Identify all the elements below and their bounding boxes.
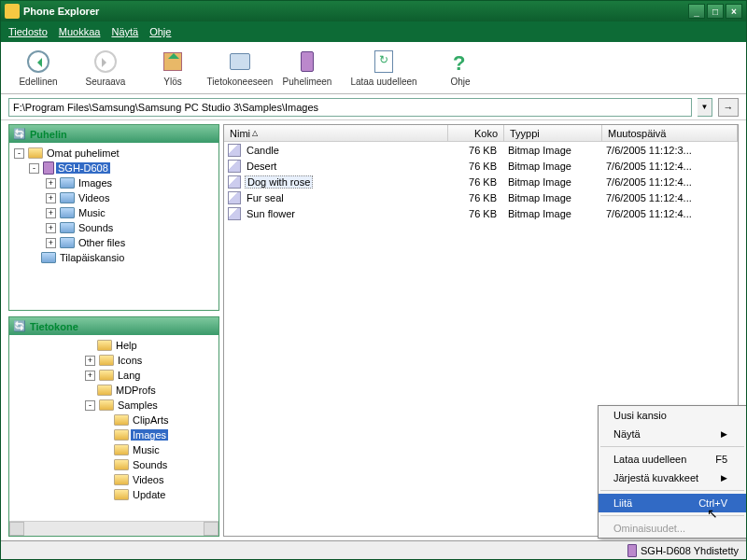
file-row[interactable]: Fur seal76 KBBitmap Image7/6/2005 11:12:… xyxy=(224,189,738,205)
tree-item[interactable]: +Icons xyxy=(12,353,216,368)
tree-item[interactable]: +Other files xyxy=(12,235,216,250)
separator xyxy=(600,490,744,491)
help-button[interactable]: ?Ohje xyxy=(430,47,490,89)
folder-up-icon xyxy=(163,52,182,71)
ctx-reload[interactable]: Lataa uudelleenF5 xyxy=(599,450,746,469)
computer-tree[interactable]: Help+Icons+LangMDProfs-SamplesClipArtsIm… xyxy=(9,335,218,521)
expand-icon[interactable]: + xyxy=(46,178,56,189)
column-headers: Nimi△ Koko Tyyppi Muutospäivä xyxy=(224,125,738,142)
close-button[interactable]: × xyxy=(726,4,742,19)
folder-icon xyxy=(60,222,75,233)
phone-status-icon xyxy=(627,544,637,557)
tree-item[interactable]: -Omat puhelimet xyxy=(12,146,216,161)
tree-item[interactable]: Music xyxy=(12,442,216,457)
back-button[interactable]: Edellinen xyxy=(8,47,68,89)
tree-item-device[interactable]: -SGH-D608 xyxy=(12,161,216,175)
folder-icon xyxy=(114,459,129,470)
tree-item[interactable]: MDProfs xyxy=(12,383,216,398)
to-phone-button[interactable]: Puhelimeen xyxy=(277,47,337,89)
phone-tree[interactable]: -Omat puhelimet -SGH-D608 +Images+Videos… xyxy=(9,143,218,310)
tree-item[interactable]: Update xyxy=(12,487,216,502)
to-computer-button[interactable]: Tietokoneeseen xyxy=(210,47,270,89)
phone-icon xyxy=(301,51,314,72)
tree-item[interactable]: +Lang xyxy=(12,368,216,383)
folder-icon xyxy=(60,207,75,218)
image-file-icon xyxy=(228,191,241,204)
reload-button[interactable]: Lataa uudelleen xyxy=(345,47,423,89)
folder-icon xyxy=(97,340,112,351)
folder-icon xyxy=(99,370,114,381)
collapse-icon[interactable]: - xyxy=(29,163,39,174)
collapse-icon[interactable]: - xyxy=(14,148,24,159)
menu-file[interactable]: Tiedosto xyxy=(8,26,48,37)
folder-icon xyxy=(114,444,129,455)
address-dropdown[interactable]: ▼ xyxy=(698,98,712,117)
image-file-icon xyxy=(228,160,241,173)
address-bar: ▼ → xyxy=(1,94,746,120)
menu-view[interactable]: Näytä xyxy=(111,26,138,37)
ctx-paste[interactable]: LiitäCtrl+V xyxy=(599,494,746,512)
tree-item[interactable]: Sounds xyxy=(12,457,216,472)
menu-help[interactable]: Ohje xyxy=(149,26,171,37)
expand-icon[interactable]: + xyxy=(46,193,56,203)
ctx-arrange[interactable]: Järjestä kuvakkeet▶ xyxy=(599,469,746,487)
folder-icon xyxy=(114,414,129,426)
folder-icon xyxy=(114,489,129,500)
folder-icon xyxy=(99,355,114,366)
phone-panel-header: 🔄 Puhelin xyxy=(9,125,218,143)
tree-item[interactable]: Images xyxy=(12,427,216,442)
maximize-button[interactable]: □ xyxy=(707,4,724,19)
column-modified[interactable]: Muutospäivä xyxy=(602,125,738,141)
folder-icon xyxy=(28,147,43,159)
expand-icon[interactable]: + xyxy=(85,356,95,366)
expand-icon[interactable]: - xyxy=(85,400,95,411)
file-row[interactable]: Dog with rose76 KBBitmap Image7/6/2005 1… xyxy=(224,174,738,189)
help-icon: ? xyxy=(453,51,468,72)
phone-panel-icon: 🔄 xyxy=(13,128,26,140)
tree-item[interactable]: ClipArts xyxy=(12,413,216,427)
menu-bar: Tiedosto Muokkaa Näytä Ohje xyxy=(1,21,746,42)
expand-icon[interactable]: + xyxy=(46,223,56,233)
toolbar: Edellinen Seuraava Ylös Tietokoneeseen P… xyxy=(1,42,746,94)
file-row[interactable]: Desert76 KBBitmap Image7/6/2005 11:12:4.… xyxy=(224,158,738,174)
folder-icon xyxy=(114,474,129,485)
tree-item[interactable]: Tilapäiskansio xyxy=(12,250,216,265)
computer-panel-header: 🔄 Tietokone xyxy=(9,317,218,335)
column-size[interactable]: Koko xyxy=(448,125,504,141)
column-name[interactable]: Nimi△ xyxy=(224,125,448,141)
separator xyxy=(600,515,744,516)
go-button[interactable]: → xyxy=(718,98,739,117)
window-title: Phone Explorer xyxy=(23,6,99,17)
status-text: SGH-D608 Yhdistetty xyxy=(641,545,739,556)
submenu-arrow-icon: ▶ xyxy=(721,473,727,483)
ctx-new-folder[interactable]: Uusi kansio xyxy=(599,406,746,425)
file-row[interactable]: Sun flower76 KBBitmap Image7/6/2005 11:1… xyxy=(224,205,738,221)
file-row[interactable]: Candle76 KBBitmap Image7/6/2005 11:12:3.… xyxy=(224,142,738,158)
tree-item[interactable]: -Samples xyxy=(12,398,216,413)
tree-item[interactable]: +Videos xyxy=(12,190,216,205)
forward-button[interactable]: Seuraava xyxy=(76,47,135,89)
expand-icon[interactable]: + xyxy=(46,208,56,218)
ctx-properties[interactable]: Ominaisuudet... xyxy=(599,519,746,538)
tree-item[interactable]: Help xyxy=(12,338,216,353)
expand-icon[interactable]: + xyxy=(46,238,56,248)
tree-item[interactable]: +Images xyxy=(12,175,216,190)
menu-edit[interactable]: Muokkaa xyxy=(59,26,101,37)
address-input[interactable] xyxy=(8,98,692,117)
ctx-view[interactable]: Näytä▶ xyxy=(599,425,746,443)
expand-icon[interactable]: + xyxy=(85,371,95,381)
image-file-icon xyxy=(228,207,241,220)
status-bar: SGH-D608 Yhdistetty xyxy=(1,540,746,559)
folder-icon xyxy=(60,237,75,248)
tree-item[interactable]: +Music xyxy=(12,205,216,220)
tree-item[interactable]: +Sounds xyxy=(12,220,216,235)
horizontal-scrollbar[interactable] xyxy=(9,521,218,536)
up-button[interactable]: Ylös xyxy=(143,47,203,89)
context-menu: Uusi kansio Näytä▶ Lataa uudelleenF5 Jär… xyxy=(598,405,746,539)
left-column: 🔄 Puhelin -Omat puhelimet -SGH-D608 +Ima… xyxy=(8,124,219,537)
column-type[interactable]: Tyyppi xyxy=(504,125,602,141)
computer-icon xyxy=(230,53,250,70)
minimize-button[interactable]: _ xyxy=(688,4,705,19)
app-icon xyxy=(5,4,20,19)
tree-item[interactable]: Videos xyxy=(12,472,216,487)
